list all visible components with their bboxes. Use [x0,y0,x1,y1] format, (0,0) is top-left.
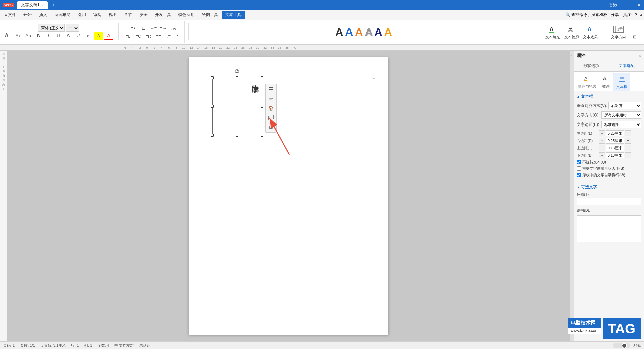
float-insert[interactable]: ⊞ [267,122,275,131]
panel-sub-effect[interactable]: A 效果 [600,73,612,91]
right-margin-decrease[interactable]: − [599,138,605,144]
word-wrap-checkbox[interactable] [577,173,581,177]
minimize-button[interactable]: — [621,3,625,7]
account-label[interactable]: 香港 [609,2,617,8]
panel-collapse-button[interactable]: ‹ [570,51,574,341]
status-pages: 页码: 1 [3,343,15,348]
search-command[interactable]: 🔍 查找命令、搜索模板 [565,12,607,18]
left-margin-increase[interactable]: + [625,130,631,136]
float-copy[interactable] [267,113,275,122]
text-margin-select[interactable]: 标准边距 [601,121,641,128]
paragraph-spacing-button[interactable]: ¶ [174,32,183,40]
text-align-middle[interactable]: ⊞ [630,33,639,41]
panel-tab-shape[interactable]: 形状选项 [574,61,609,71]
tab-draw-tools[interactable]: 绘图工具 [199,11,221,19]
bold-button[interactable]: B [34,32,43,40]
right-margin-increase[interactable]: + [625,138,631,144]
float-edit[interactable]: ✏ [267,94,275,103]
text-outline-button[interactable]: A 文本轮廓 [564,24,579,40]
text-direction-select[interactable]: 所有文字顺时... [601,111,641,119]
text-effect-button[interactable]: A 文本效果· [583,24,599,40]
maximize-button[interactable]: □ [629,3,633,7]
tab-dev-tools[interactable]: 开发工具 [152,11,174,19]
vertical-align-select[interactable]: 右对齐 [608,102,641,109]
superscript-button[interactable]: x² [74,32,83,40]
tab-insert[interactable]: 插入 [36,11,50,19]
size-increase-button[interactable]: A↑ [3,32,13,40]
tab-references[interactable]: 引用 [74,11,89,19]
justify-button[interactable]: ≡≡ [154,32,163,40]
close-window-button[interactable]: × [637,3,641,7]
indent-decrease-button[interactable]: ←≡ [149,24,158,32]
close-tab-button[interactable]: × [42,3,44,7]
left-margin-input[interactable] [606,130,624,136]
tab-section[interactable]: 章节 [121,11,136,19]
clear-format-button[interactable]: Aa [23,32,33,40]
no-rotate-checkbox[interactable] [577,160,581,164]
text-style-outline[interactable]: A [375,26,382,38]
tab-view[interactable]: 视图 [105,11,120,19]
tab-text-tools[interactable]: 文本工具 [222,11,245,19]
text-style-black[interactable]: A [335,26,343,38]
zoom-slider[interactable] [613,343,630,348]
tab-security[interactable]: 安全 [136,11,151,19]
bottom-margin-decrease[interactable]: − [599,152,605,158]
text-style-blue[interactable]: A [345,26,353,38]
tab-start[interactable]: 开始 [20,11,35,19]
font-name-select[interactable]: 宋体 (正文) [38,24,65,32]
panel-close-button[interactable]: × [639,53,641,58]
text-fill-button[interactable]: A 文本填充 [545,24,560,40]
tab-special[interactable]: 特色应用 [175,11,198,19]
text-align-top[interactable]: ⊤ [630,23,639,31]
top-margin-input[interactable] [606,145,624,151]
text-style-orange[interactable]: A [355,26,363,38]
bullets-button[interactable]: ≡• [128,24,138,32]
highlight-button[interactable]: A [94,32,103,40]
left-margin-decrease[interactable]: − [599,130,605,136]
sidebar-icon-2: ⊟ [2,56,5,60]
align-center-button[interactable]: ≡C [133,32,143,40]
bottom-margin-increase[interactable]: + [625,152,631,158]
align-left-button[interactable]: ≡L [123,32,133,40]
bottom-margin-input[interactable] [606,152,624,158]
textbox-container[interactable]: 文字排版 [212,78,262,136]
alt-tag-input[interactable] [577,198,641,205]
textbox[interactable]: 文字排版 [212,78,262,135]
float-style[interactable]: 🏠 [267,104,275,112]
italic-button[interactable]: I [44,32,53,40]
top-margin-decrease[interactable]: − [599,145,605,151]
help-button[interactable]: ? [635,13,637,17]
zoom-slider-thumb[interactable] [622,343,627,348]
font-color-button[interactable]: A [104,32,113,40]
panel-sub-fill-outline[interactable]: A 填充与轮廓 [575,73,599,91]
top-margin-increase[interactable]: + [625,145,631,151]
right-margin-input[interactable] [606,138,624,144]
subscript-button[interactable]: x₂ [84,32,93,40]
size-decrease-button[interactable]: A↓ [13,32,23,40]
sort-button[interactable]: ↕A [169,24,178,32]
share-button[interactable]: 分享 [611,12,619,18]
indent-increase-button[interactable]: ≡→ [159,24,168,32]
strikethrough-button[interactable]: S [64,32,73,40]
text-style-shadow[interactable]: A [365,26,372,38]
text-direction-button[interactable]: 文 字 文字方向 [611,24,626,40]
add-tab-button[interactable]: + [52,2,55,8]
font-size-select[interactable]: 一号 [66,24,79,32]
align-right-button[interactable]: ≡R [144,32,153,40]
document-tab[interactable]: 文字文稿1 × [17,1,48,9]
alt-desc-textarea[interactable] [577,215,641,242]
tab-page-layout[interactable]: 页面布局 [51,11,74,19]
panel-tab-text[interactable]: 文本选项 [609,61,644,71]
line-spacing-button[interactable]: ↕≡ [164,32,173,40]
numbers-button[interactable]: 1. [139,24,148,32]
collapse-ribbon-button[interactable]: ∧ [640,13,643,17]
tab-review[interactable]: 审阅 [90,11,105,19]
comment-button[interactable]: 批注· [623,12,632,18]
underline-button[interactable]: U [54,32,63,40]
menu-button[interactable]: ≡ 文件 [1,11,19,19]
rotate-handle[interactable] [235,69,239,73]
text-style-gold[interactable]: A [384,26,392,38]
panel-sub-textframe[interactable]: 文本框 [613,73,630,91]
float-text-align[interactable] [267,85,275,94]
auto-size-checkbox[interactable] [577,166,581,171]
